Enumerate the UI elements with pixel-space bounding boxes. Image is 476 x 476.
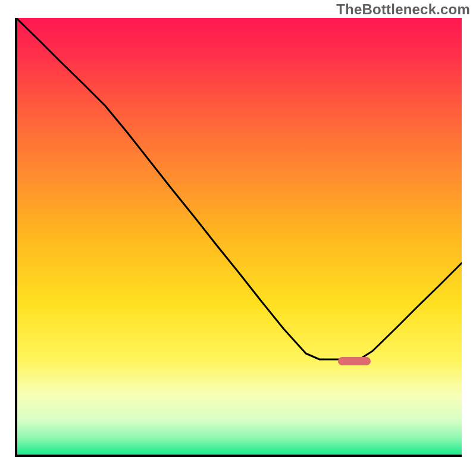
chart-stage: TheBottleneck.com — [0, 0, 476, 476]
optimal-range-marker — [338, 357, 371, 365]
watermark-text: TheBottleneck.com — [336, 1, 470, 18]
bottleneck-chart — [0, 0, 476, 476]
